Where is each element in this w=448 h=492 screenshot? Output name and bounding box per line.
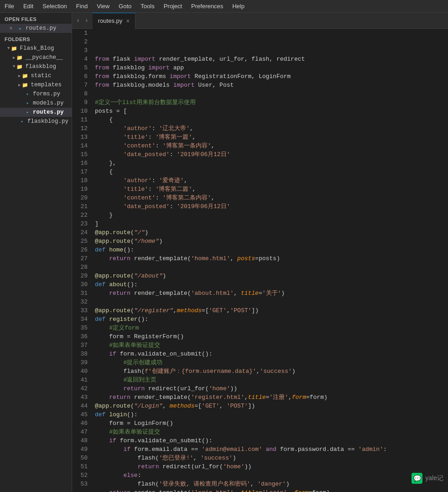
- code-line-21: ]: [95, 220, 448, 228]
- code-line-20: }: [95, 211, 448, 220]
- line-number-8: 8: [76, 89, 88, 98]
- line-number-26: 26: [76, 246, 88, 254]
- nav-forward-arrow[interactable]: ›: [83, 16, 89, 25]
- file-forms-py[interactable]: ✦ forms.py: [0, 89, 72, 99]
- line-number-51: 51: [76, 462, 88, 471]
- line-number-29: 29: [76, 272, 88, 280]
- folder-static[interactable]: ▶ 📁 static: [0, 71, 72, 80]
- file-flaskblog-py[interactable]: ✦ flaskblog.py: [0, 117, 72, 126]
- sidebar-open-file-routes[interactable]: × ✦ routes.py: [0, 24, 72, 33]
- line-number-40: 40: [76, 367, 88, 376]
- code-line-38: flash(f'创建账户：{form.username.data}','succ…: [95, 367, 448, 376]
- line-number-14: 14: [76, 141, 88, 150]
- folder-static-label: static: [31, 73, 51, 79]
- line-number-44: 44: [76, 402, 88, 410]
- file-flaskblog-label: flaskblog.py: [27, 118, 68, 125]
- folder-icon: 📁: [16, 63, 23, 70]
- line-number-48: 48: [76, 436, 88, 445]
- chevron-right-icon: ▶: [13, 55, 15, 60]
- line-number-46: 46: [76, 419, 88, 428]
- line-number-43: 43: [76, 393, 88, 402]
- menu-item-find[interactable]: Find: [72, 1, 92, 11]
- line-number-42: 42: [76, 384, 88, 393]
- code-line-24: def home():: [95, 246, 448, 254]
- line-number-1: 1: [76, 29, 88, 37]
- code-editor[interactable]: 1234567891011121314151617181920212223242…: [72, 29, 448, 492]
- editor-area: ‹ › routes.py × 123456789101112131415161…: [72, 13, 448, 492]
- chevron-right-icon: ▶: [18, 83, 21, 88]
- code-line-31: @app.route("/register",methods=['GET','P…: [95, 306, 448, 315]
- code-line-11: 'title': '博客第一篇',: [95, 133, 448, 141]
- line-number-32: 32: [76, 298, 88, 306]
- code-line-19: 'date_posted': '2019年06月12日': [95, 202, 448, 211]
- code-line-50: else:: [95, 471, 448, 480]
- code-line-10: 'author': '辽北大帝',: [95, 124, 448, 133]
- code-line-42: @app.route("/Login", methods=['GET', 'PO…: [95, 402, 448, 410]
- code-line-40: return redirect(url_for('home')): [95, 384, 448, 393]
- line-number-50: 50: [76, 454, 88, 462]
- menu-item-selection[interactable]: Selection: [38, 1, 71, 11]
- code-line-18: 'content': '博客第二条内容',: [95, 194, 448, 202]
- folder-icon: 📁: [16, 54, 23, 61]
- menu-item-project[interactable]: Project: [159, 1, 187, 11]
- folder-pycache[interactable]: ▶ 📁 __pycache__: [0, 53, 72, 62]
- chevron-down-icon: ▼: [13, 64, 15, 69]
- line-number-35: 35: [76, 324, 88, 332]
- folder-flask-blog[interactable]: ▼ 📁 Flask_Blog: [0, 44, 72, 53]
- code-line-45: #如果表单验证提交: [95, 428, 448, 436]
- line-number-11: 11: [76, 115, 88, 124]
- main-layout: OPEN FILES × ✦ routes.py FOLDERS ▼ 📁 Fla…: [0, 13, 448, 492]
- folder-pycache-label: __pycache__: [25, 54, 63, 61]
- code-line-37: #提示创建成功: [95, 358, 448, 367]
- code-line-32: def register():: [95, 315, 448, 324]
- menu-item-goto[interactable]: Goto: [114, 1, 136, 11]
- folder-templates-label: templates: [31, 82, 62, 88]
- code-line-14: },: [95, 159, 448, 167]
- code-line-44: form = LoginForm(): [95, 419, 448, 428]
- line-number-5: 5: [76, 63, 88, 72]
- folder-flaskblog[interactable]: ▼ 📁 flaskblog: [0, 62, 72, 71]
- folder-icon: 📁: [21, 72, 29, 79]
- chevron-down-icon: ▼: [7, 46, 10, 51]
- menu-item-help[interactable]: Help: [228, 1, 249, 11]
- code-line-8: posts = [: [95, 107, 448, 115]
- menu-item-file[interactable]: File: [0, 1, 19, 11]
- line-number-12: 12: [76, 124, 88, 133]
- code-line-30: [95, 298, 448, 306]
- file-models-py[interactable]: ✦ models.py: [0, 99, 72, 108]
- folder-templates[interactable]: ▶ 📁 templates: [0, 80, 72, 89]
- code-line-52: return render_template('login.html', tit…: [95, 488, 448, 492]
- file-routes-py[interactable]: ✦ routes.py: [0, 108, 72, 117]
- code-line-41: return render_template('register.html',t…: [95, 393, 448, 402]
- tab-close-button[interactable]: ×: [126, 18, 130, 24]
- code-line-49: return redirect(url_for('home')): [95, 462, 448, 471]
- line-number-30: 30: [76, 280, 88, 289]
- code-line-48: flash('您已登录!', 'success'): [95, 454, 448, 462]
- line-number-36: 36: [76, 332, 88, 341]
- line-number-49: 49: [76, 445, 88, 454]
- code-line-39: #返回到主页: [95, 376, 448, 384]
- code-line-12: 'content': '博客第一条内容',: [95, 141, 448, 150]
- menu-item-tools[interactable]: Tools: [136, 1, 159, 11]
- menu-item-edit[interactable]: Edit: [19, 1, 38, 11]
- file-icon: ✦: [16, 25, 24, 32]
- line-number-31: 31: [76, 289, 88, 298]
- code-line-13: 'date_posted': '2019年06月12日': [95, 150, 448, 159]
- code-content[interactable]: from flask import render_template, url_f…: [93, 29, 448, 492]
- close-icon[interactable]: ×: [7, 25, 15, 32]
- code-line-1: [95, 46, 448, 55]
- line-number-39: 39: [76, 358, 88, 367]
- menu-item-view[interactable]: View: [92, 1, 114, 11]
- code-line-4: from flaskblog.forms import Registration…: [95, 72, 448, 81]
- nav-back-arrow[interactable]: ‹: [75, 16, 81, 25]
- line-number-22: 22: [76, 211, 88, 220]
- line-number-4: 4: [76, 55, 88, 63]
- line-number-20: 20: [76, 194, 88, 202]
- menu-item-preferences[interactable]: Preferences: [187, 1, 228, 11]
- tab-routes-py[interactable]: routes.py ×: [93, 13, 136, 29]
- folder-flaskblog-label: flaskblog: [25, 63, 56, 70]
- code-line-47: if form.email.data == 'admin@email.com' …: [95, 445, 448, 454]
- folder-icon: 📁: [10, 45, 18, 52]
- code-line-15: {: [95, 167, 448, 176]
- menu-bar: FileEditSelectionFindViewGotoToolsProjec…: [0, 0, 448, 13]
